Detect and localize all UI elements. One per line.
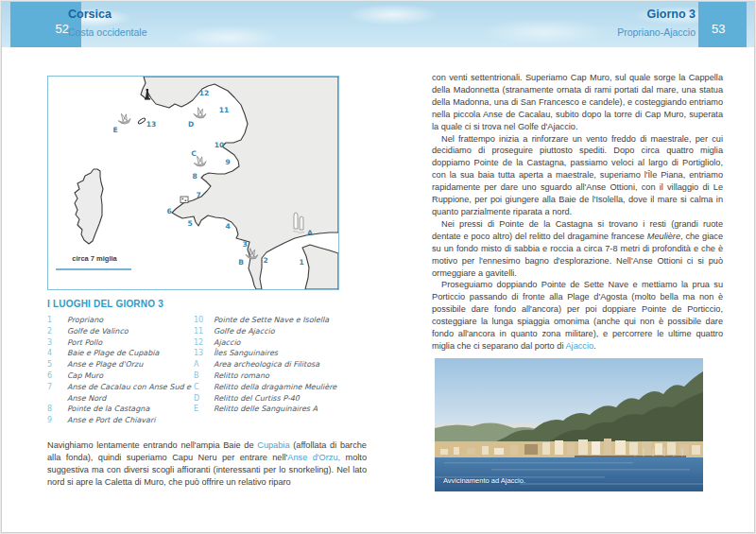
text-segment: Proseguiamo doppiando Pointe de Sette Na…	[432, 280, 723, 351]
list-item: 9Anse e Port de Chiavari	[47, 415, 194, 426]
paragraph: Nel frattempo inizia a rinforzare un ven…	[432, 133, 723, 218]
list-item: 7Anse de Cacalau con Anse Sud e Anse Nor…	[47, 382, 194, 405]
paragraph: Nei pressi di Pointe de la Castagna si t…	[432, 218, 723, 280]
list-item-label: Golfe de Valinco	[67, 326, 129, 337]
list-item: 2Golfe de Valinco	[47, 326, 194, 337]
list-item-number: 5	[47, 359, 67, 370]
header-strip: 52 Corsica Costa occidentale Giorno 3 Pr…	[2, 2, 754, 47]
page-subtitle-left: Costa occidentale	[68, 27, 146, 38]
wreck-icon-D	[194, 107, 207, 118]
list-item-number: E	[194, 404, 214, 415]
map-scale-label: circa 7 miglia	[56, 254, 133, 263]
map-marker-1: 1	[299, 258, 303, 267]
map-marker-D: D	[188, 120, 194, 129]
page-title-right: Giorno 3	[617, 9, 696, 21]
text-segment: con venti settentrionali. Superiamo Cap …	[432, 73, 723, 131]
list-item: BRelitto romano	[194, 370, 369, 382]
list-item-number: 7	[47, 382, 67, 405]
list-item-label: Îles Sanguinaires	[214, 348, 278, 359]
luoghi-column-1: 1Propriano2Golfe de Valinco3Port Pollo4B…	[47, 315, 194, 426]
map-marker-3: 3	[242, 240, 247, 249]
list-item: 13Îles Sanguinaires	[194, 348, 369, 359]
page-subtitle-right: Propriano-Ajaccio	[617, 27, 696, 38]
list-item-label: Port Pollo	[67, 337, 102, 349]
list-item-label: Pointe de Sette Nave e Isolella	[214, 315, 329, 326]
left-page-paragraph: Navighiamo lentamente entrando nell'ampi…	[47, 439, 367, 489]
map-marker-E: E	[112, 126, 117, 134]
route-map: 12345678910111213ABCDE circa 7 miglia	[47, 76, 339, 290]
list-item: AArea archeologica di Filitosa	[194, 359, 369, 370]
header-titles-left: Corsica Costa occidentale	[68, 9, 146, 37]
right-page-text: con venti settentrionali. Superiamo Cap …	[432, 72, 723, 353]
list-item-number: 13	[194, 348, 214, 359]
map-marker-2: 2	[263, 256, 267, 265]
map-marker-10: 10	[215, 141, 224, 149]
list-item-number: B	[194, 370, 214, 382]
list-item-number: 4	[47, 348, 67, 359]
list-item-label: Relitto romano	[214, 370, 269, 382]
map-marker-9: 9	[225, 158, 230, 166]
list-item-label: Propriano	[67, 315, 103, 326]
list-item: 5Anse e Plage d'Orzu	[47, 359, 194, 370]
list-item-number: 12	[194, 337, 214, 349]
text-segment: Meulière	[647, 232, 680, 241]
map-marker-C: C	[191, 149, 197, 158]
list-item-label: Pointe de la Castagna	[67, 404, 149, 415]
list-item-label: Anse e Port de Chiavari	[67, 415, 156, 426]
text-segment: .	[593, 341, 596, 351]
list-item-number: 3	[47, 337, 67, 349]
map-marker-5: 5	[187, 219, 192, 228]
list-item: 6Cap Muro	[47, 370, 194, 382]
list-item-label: Ajaccio	[214, 337, 241, 349]
luoghi-title: I LUOGHI DEL GIORNO 3	[47, 299, 163, 309]
photo-art	[435, 358, 703, 491]
paragraph: Proseguiamo doppiando Pointe de Sette Na…	[432, 279, 723, 352]
list-item-number: 10	[194, 315, 214, 326]
list-item-number: 8	[47, 404, 67, 415]
list-item-label: Cap Muro	[67, 370, 103, 382]
page-title-left: Corsica	[68, 9, 146, 21]
tower-icon	[180, 197, 188, 203]
ajaccio-photo: Avvicinamento ad Ajaccio.	[435, 358, 703, 491]
list-item: ERelitto delle Sanguinaires A	[194, 404, 369, 415]
list-item-label: Relitto della dragamine Meulière	[214, 382, 336, 393]
wreck-icon-E	[117, 112, 130, 124]
map-marker-8: 8	[192, 172, 197, 181]
list-item-label: Anse e Plage d'Orzu	[67, 359, 143, 370]
inline-link[interactable]: Anse d'Orzu,	[287, 453, 340, 462]
book-spread: 52 Corsica Costa occidentale Giorno 3 Pr…	[1, 1, 755, 533]
list-item-label: Relitto delle Sanguinaires A	[214, 404, 318, 415]
inline-link[interactable]: Ajaccio	[565, 341, 593, 351]
header-titles-right: Giorno 3 Propriano-Ajaccio	[617, 9, 696, 37]
list-item: 11Golfe de Ajaccio	[194, 326, 369, 337]
list-item-number: 9	[47, 415, 67, 426]
list-item: 10Pointe de Sette Nave e Isolella	[194, 315, 369, 326]
list-item: 8Pointe de la Castagna	[47, 404, 194, 415]
list-item-label: Relitto del Curtiss P-40	[214, 393, 300, 405]
list-item-label: Anse de Cacalau con Anse Sud e Anse Nord	[67, 382, 191, 405]
list-item: CRelitto della dragamine Meulière	[194, 382, 369, 393]
page-number-right: 53	[698, 2, 747, 47]
list-item: 3Port Pollo	[47, 337, 194, 349]
luoghi-column-2: 10Pointe de Sette Nave e Isolella11Golfe…	[194, 315, 369, 426]
list-item-label: Baie e Plage de Cupabia	[67, 348, 159, 359]
island-outline	[138, 117, 146, 125]
list-item-label: Area archeologica di Filitosa	[214, 359, 319, 370]
list-item-number: C	[194, 382, 214, 393]
map-marker-6: 6	[166, 207, 171, 215]
list-item: 4Baie e Plage de Cupabia	[47, 348, 194, 359]
paragraph: con venti settentrionali. Superiamo Cap …	[432, 72, 723, 133]
list-item-number: 1	[47, 315, 67, 326]
list-item: DRelitto del Curtiss P-40	[194, 393, 369, 405]
text-segment: Nel frattempo inizia a rinforzare un ven…	[432, 134, 723, 216]
map-marker-4: 4	[225, 222, 230, 231]
coastline-south	[302, 245, 338, 289]
luoghi-list: 1Propriano2Golfe de Valinco3Port Pollo4B…	[47, 315, 369, 426]
list-item: 1Propriano	[47, 315, 194, 326]
map-marker-13: 13	[146, 120, 156, 129]
inline-link[interactable]: Cupabia	[257, 440, 289, 450]
list-item-number: A	[194, 359, 214, 370]
map-marker-B: B	[238, 258, 244, 267]
map-marker-7: 7	[196, 191, 200, 199]
corsica-inset	[75, 169, 103, 244]
